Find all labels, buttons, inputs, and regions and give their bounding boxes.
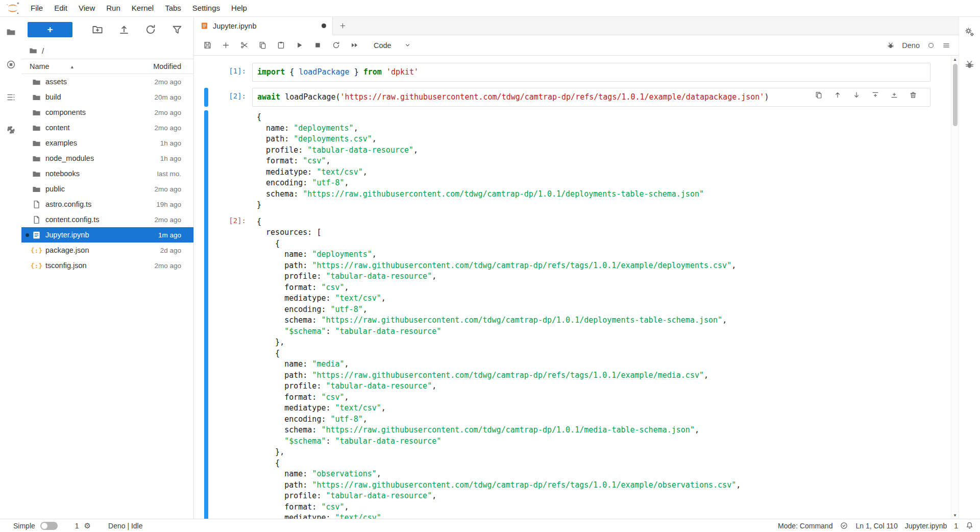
upload-icon xyxy=(118,23,130,36)
interrupt-kernel-button[interactable] xyxy=(310,38,325,53)
new-folder-button[interactable] xyxy=(91,23,104,36)
run-button[interactable] xyxy=(292,38,307,53)
notebook-cell[interactable]: [1]: import { loadPackage } from 'dpkit' xyxy=(201,63,938,82)
kernel-area: Deno xyxy=(887,41,950,50)
file-modified: 1m ago xyxy=(158,231,181,239)
debugger-toggle-icon[interactable] xyxy=(887,41,895,50)
save-button[interactable] xyxy=(200,38,215,53)
notifications-count[interactable]: 1 xyxy=(954,522,958,530)
cursor-position[interactable]: Ln 1, Col 110 xyxy=(855,522,897,530)
menu-run[interactable]: Run xyxy=(101,0,126,16)
notebook-icon xyxy=(200,21,209,30)
file-name: Jupyter.ipynb xyxy=(45,231,158,239)
cell-type-select[interactable]: Code xyxy=(374,41,411,50)
folder-icon xyxy=(32,92,41,102)
restart-kernel-button[interactable] xyxy=(329,38,344,53)
new-launcher-button[interactable]: + xyxy=(28,22,72,37)
sidebar-item-debugger[interactable] xyxy=(963,58,976,71)
file-row[interactable]: {:} tsconfig.json 2mo ago xyxy=(21,258,193,273)
notebook-toolbar-buttons xyxy=(200,38,365,53)
restart-run-all-button[interactable] xyxy=(347,38,362,53)
kernel-state[interactable]: Deno | Idle xyxy=(108,522,142,530)
kernel-sessions-count[interactable]: 1 xyxy=(75,522,79,530)
menu-view[interactable]: View xyxy=(73,0,101,16)
copy-cell-button[interactable] xyxy=(255,38,270,53)
file-row[interactable]: Jupyter.ipynb 1m ago xyxy=(21,227,193,243)
upload-button[interactable] xyxy=(118,23,130,36)
breadcrumb[interactable]: / xyxy=(21,42,193,59)
toolbar-overflow-button[interactable] xyxy=(942,41,950,50)
file-list: assets 2mo ago build 20m ago components … xyxy=(21,74,193,519)
sidebar-item-extensions[interactable] xyxy=(4,123,17,136)
debugger-icon xyxy=(964,59,975,70)
file-row[interactable]: build 20m ago xyxy=(21,89,193,105)
file-icon xyxy=(32,200,41,209)
file-row[interactable]: examples 1h ago xyxy=(21,135,193,151)
refresh-button[interactable] xyxy=(144,23,157,36)
file-row[interactable]: astro.config.ts 19h ago xyxy=(21,197,193,212)
sidebar-item-property-inspector[interactable] xyxy=(963,25,976,38)
menu-edit[interactable]: Edit xyxy=(48,0,73,16)
folder-icon xyxy=(32,138,41,148)
file-row[interactable]: content 2mo ago xyxy=(21,120,193,135)
column-name[interactable]: Name xyxy=(30,62,50,70)
activity-bar-left xyxy=(0,17,21,519)
simple-mode-label: Simple xyxy=(13,522,35,530)
notebook-scrollbar[interactable]: ▲ ▼ xyxy=(951,56,959,519)
file-row[interactable]: public 2mo ago xyxy=(21,181,193,197)
column-modified[interactable]: Modified xyxy=(153,62,181,70)
insert-cell-button[interactable] xyxy=(218,38,233,53)
cell-toolbar xyxy=(814,90,918,100)
file-row[interactable]: assets 2mo ago xyxy=(21,74,193,89)
delete-cell-button[interactable] xyxy=(909,90,918,100)
file-name: node_modules xyxy=(45,154,160,162)
kernel-sessions-icon[interactable]: ⚙ xyxy=(84,522,91,529)
menu-kernel[interactable]: Kernel xyxy=(126,0,159,16)
menubar: FileEditViewRunKernelTabsSettingsHelp xyxy=(0,0,980,17)
move-cell-down-button[interactable] xyxy=(852,90,861,100)
bell-icon[interactable] xyxy=(965,521,974,530)
scroll-up-arrow[interactable]: ▲ xyxy=(953,56,957,63)
scroll-down-arrow[interactable]: ▼ xyxy=(953,512,957,519)
menu-settings[interactable]: Settings xyxy=(187,0,226,16)
new-tab-button[interactable] xyxy=(333,17,352,35)
paste-cell-button[interactable] xyxy=(274,38,288,53)
breadcrumb-root[interactable]: / xyxy=(42,46,44,55)
code-editor[interactable]: await loadPackage('https://raw.githubuse… xyxy=(252,88,930,107)
filter-button[interactable] xyxy=(171,23,183,36)
cut-cell-button[interactable] xyxy=(237,38,252,53)
file-row[interactable]: notebooks last mo. xyxy=(21,166,193,181)
copy-icon xyxy=(258,41,267,50)
code-editor[interactable]: import { loadPackage } from 'dpkit' xyxy=(252,63,930,82)
tab-jupyter-ipynb[interactable]: Jupyter.ipynb xyxy=(194,17,333,35)
sidebar-item-running-sessions[interactable] xyxy=(4,58,17,71)
duplicate-cell-button[interactable] xyxy=(814,90,823,100)
kernel-name-button[interactable]: Deno xyxy=(902,41,920,50)
kernel-status-icon[interactable] xyxy=(927,41,935,50)
file-row[interactable]: node_modules 1h ago xyxy=(21,151,193,166)
file-row[interactable]: {:} package.json 2d ago xyxy=(21,243,193,258)
file-name: assets xyxy=(45,78,154,86)
simple-mode-toggle[interactable] xyxy=(40,522,58,530)
insert-cell-above-button[interactable] xyxy=(871,90,880,100)
menu-tabs[interactable]: Tabs xyxy=(159,0,187,16)
cell-output: { name: "deployments", path: "deployment… xyxy=(208,110,930,215)
scrollbar-thumb[interactable] xyxy=(953,64,958,126)
file-row[interactable]: content.config.ts 2mo ago xyxy=(21,212,193,227)
output-collapser[interactable] xyxy=(204,110,208,519)
cell-collapser[interactable] xyxy=(204,63,208,82)
file-name: notebooks xyxy=(45,170,157,178)
property-inspector-icon xyxy=(964,27,975,37)
sidebar-item-file-browser[interactable] xyxy=(4,25,17,38)
cell-collapser[interactable] xyxy=(204,88,208,107)
dirty-indicator[interactable] xyxy=(322,23,326,28)
plus-icon xyxy=(222,41,230,50)
sidebar-item-table-of-contents[interactable] xyxy=(4,90,17,104)
notebook-cell[interactable]: [2]: await loadPackage('https://raw.gith… xyxy=(201,88,938,519)
file-row[interactable]: components 2mo ago xyxy=(21,105,193,120)
command-mode-indicator[interactable]: Mode: Command xyxy=(778,522,832,530)
move-cell-up-button[interactable] xyxy=(833,90,842,100)
insert-cell-below-button[interactable] xyxy=(890,90,899,100)
menu-file[interactable]: File xyxy=(25,0,48,16)
menu-help[interactable]: Help xyxy=(226,0,253,16)
